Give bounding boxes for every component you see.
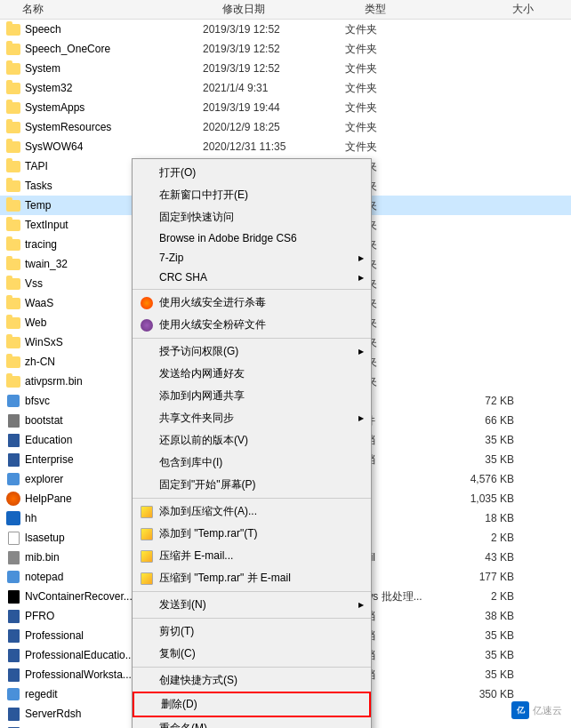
watermark: 亿 亿速云 [511,701,562,719]
file-icon [5,119,21,135]
file-icon [5,628,21,644]
menu-item[interactable]: 压缩到 "Temp.rar" 并 E-mail [133,567,371,589]
file-icon [5,315,21,331]
file-row[interactable]: SysWOW642020/12/31 11:35文件夹 [0,137,571,156]
menu-item-label: 包含到库中(I) [159,455,222,470]
menu-item[interactable]: 固定到"开始"屏幕(P) [133,474,371,496]
file-icon [5,139,21,155]
file-size: 72 KB [452,395,523,407]
file-row[interactable]: SystemApps2019/3/19 19:44文件夹 [0,98,571,117]
file-type: 文件夹 [345,100,452,116]
col-header-name[interactable]: 名称 [0,2,222,17]
menu-item[interactable]: 授予访问权限(G) [133,340,371,363]
file-size: 43 KB [452,551,523,564]
file-icon [5,510,21,526]
file-size: 38 KB [452,610,523,622]
file-icon [5,530,21,546]
menu-item[interactable]: 发送给内网通好友 [133,363,371,385]
menu-item[interactable]: 7-Zip [133,248,371,268]
file-icon [5,21,21,37]
menu-item[interactable]: 发送到(N) [133,594,371,616]
file-size: 18 KB [452,512,523,524]
file-icon [5,158,21,174]
zip-icon [138,570,156,588]
file-row[interactable]: System322021/1/4 9:31文件夹 [0,78,571,98]
file-icon [5,549,21,565]
file-size: 35 KB [452,434,523,446]
menu-item[interactable]: 添加到 "Temp.rar"(T) [133,523,371,545]
menu-item[interactable]: 固定到快速访问 [133,206,371,228]
menu-item-label: 还原以前的版本(V) [159,433,248,448]
menu-item[interactable]: 添加到压缩文件(A)... [133,500,371,523]
menu-item[interactable]: Browse in Adobe Bridge CS6 [133,228,371,248]
file-date: 2019/3/19 19:44 [203,101,345,114]
file-name: System [25,62,203,75]
file-row[interactable]: Speech_OneCore2019/3/19 12:52文件夹 [0,39,571,59]
menu-item[interactable]: 包含到库中(I) [133,452,371,474]
menu-item-label: 发送给内网通好友 [159,366,245,381]
menu-item[interactable]: 打开(O) [133,162,371,184]
menu-separator [133,591,371,592]
menu-item-label: 压缩到 "Temp.rar" 并 E-mail [159,571,291,586]
file-icon [5,100,21,116]
menu-item[interactable]: 压缩并 E-mail... [133,545,371,567]
menu-item[interactable]: 添加到内网通共享 [133,385,371,407]
menu-item-label: 使用火绒安全进行杀毒 [159,295,266,310]
file-icon [5,569,21,585]
file-row[interactable]: System2019/3/19 12:52文件夹 [0,59,571,78]
orange-circle-icon [6,492,20,506]
file-size: 35 KB [452,453,523,466]
file-icon [5,706,21,722]
menu-item-label: 共享文件夹同步 [159,411,234,426]
file-date: 2019/3/19 12:52 [203,62,345,75]
menu-item[interactable]: 使用火绒安全进行杀毒 [133,292,371,314]
file-icon [5,452,21,468]
col-header-size[interactable]: 大小 [471,2,543,17]
file-type: 文件夹 [345,61,452,76]
menu-item-label: 复制(C) [159,646,196,661]
file-name: Speech_OneCore [25,43,203,55]
file-type: 文件夹 [345,42,452,57]
file-row[interactable]: Speech2019/3/19 12:52文件夹 [0,20,571,39]
menu-item[interactable]: 共享文件夹同步 [133,407,371,429]
menu-item[interactable]: CRC SHA [133,268,371,287]
menu-item[interactable]: 使用火绒安全粉碎文件 [133,314,371,336]
file-date: 2020/12/9 18:25 [203,121,345,133]
file-type: 文件夹 [345,120,452,135]
menu-item[interactable]: 复制(C) [133,643,371,665]
file-row[interactable]: SystemResources2020/12/9 18:25文件夹 [0,117,571,137]
menu-item[interactable]: 重命名(M) [133,717,371,728]
menu-item[interactable]: 创建快捷方式(S) [133,669,371,692]
file-date: 2019/3/19 12:52 [203,43,345,55]
menu-item-delete[interactable]: 删除(D) [133,692,371,717]
file-icon [5,588,21,604]
file-icon [5,432,21,448]
file-size: 35 KB [452,629,523,642]
menu-item-label: 7-Zip [159,252,183,264]
fire-orange-icon [138,294,156,312]
menu-separator [133,667,371,668]
menu-item[interactable]: 剪切(T) [133,620,371,643]
menu-item-label: 重命名(M) [159,721,207,728]
file-icon [5,60,21,76]
menu-item-label: 添加到内网通共享 [159,388,245,404]
file-icon [5,197,21,213]
menu-item[interactable]: 还原以前的版本(V) [133,429,371,452]
file-size: 66 KB [452,414,523,427]
file-icon [5,276,21,292]
zip-icon [138,525,156,543]
file-icon [5,647,21,663]
menu-item[interactable]: 在新窗口中打开(E) [133,184,371,206]
fire-purple-icon [138,316,156,334]
menu-separator [133,338,371,339]
file-type: 文件夹 [345,140,452,155]
col-header-type[interactable]: 类型 [365,2,471,17]
menu-item-label: 剪切(T) [159,624,194,639]
file-icon [5,667,21,683]
file-name: Speech [25,23,203,36]
file-size: 2 KB [452,590,523,603]
file-icon [5,686,21,702]
file-icon [5,471,21,487]
menu-item-label: 添加到 "Temp.rar"(T) [159,526,258,541]
col-header-date[interactable]: 修改日期 [222,2,365,17]
